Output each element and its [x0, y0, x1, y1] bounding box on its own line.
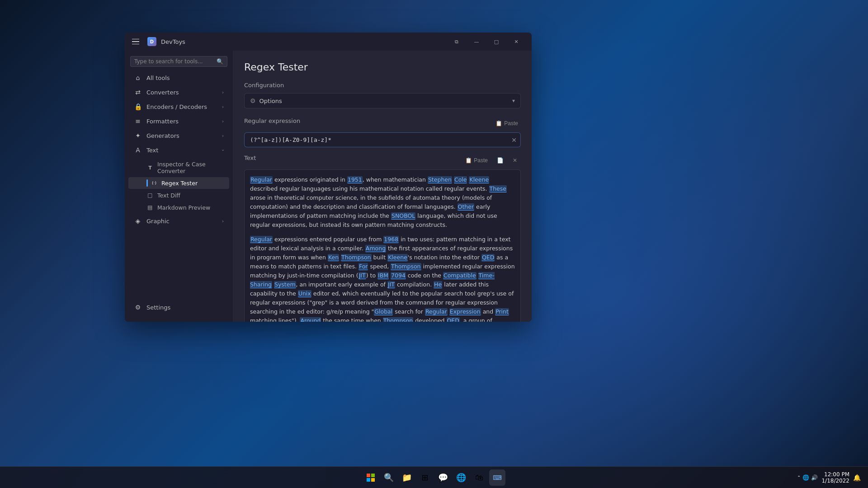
highlight-cole: Cole [454, 176, 467, 183]
regex-expression-label: Regular expression [244, 117, 300, 124]
diff-icon: □ [146, 192, 154, 199]
maximize-button[interactable]: □ [486, 34, 506, 49]
restore-button[interactable]: ⧉ [447, 34, 467, 49]
network-icon[interactable]: 🌐 [802, 474, 809, 481]
settings-section: ⚙ Settings [125, 296, 233, 318]
text-clear-button[interactable]: ✕ [509, 156, 521, 165]
search-icon[interactable]: 🔍 [217, 58, 223, 65]
chevron-down-icon-2: › [222, 104, 224, 109]
highlight-system: System [274, 281, 296, 288]
markdown-icon: ▤ [146, 204, 154, 211]
highlight-among: Among [365, 245, 386, 252]
search-input[interactable] [134, 58, 214, 65]
clock[interactable]: 12:00 PM 1/18/2022 [821, 471, 849, 484]
taskbar-edge[interactable]: 🌐 [453, 469, 469, 486]
formatters-label: Formatters [146, 118, 217, 125]
chevron-down-icon-options: ▾ [512, 98, 515, 104]
generators-label: Generators [146, 132, 217, 139]
clear-icon: ✕ [513, 157, 517, 164]
graphic-label: Graphic [146, 218, 217, 225]
menu-button[interactable] [130, 35, 143, 48]
taskbar-search[interactable]: 🔍 [381, 469, 397, 486]
sidebar-item-formatters[interactable]: ≡ Formatters › [128, 114, 229, 128]
highlight-expression: Expression [449, 308, 481, 315]
all-tools-label: All tools [146, 75, 224, 81]
paste-icon: 📋 [495, 120, 502, 127]
close-button[interactable]: ✕ [506, 34, 526, 49]
sidebar-item-encoders[interactable]: 🔒 Encoders / Decoders › [128, 100, 229, 113]
chevron-down-icon: › [222, 90, 224, 95]
formatters-icon: ≡ [134, 117, 142, 125]
home-icon: ⌂ [134, 74, 142, 82]
inspector-icon: T [146, 164, 154, 171]
page-title: Regex Tester [244, 61, 521, 73]
chevron-down-icon-5: › [222, 219, 224, 224]
date-display: 1/18/2022 [821, 478, 849, 484]
hamburger-line-3 [132, 44, 139, 45]
windows-icon [367, 474, 375, 482]
highlight-regular-1: Regular [250, 176, 273, 183]
sidebar: 🔍 ⌂ All tools ⇄ Converters › 🔒 Encoders … [125, 51, 233, 322]
regex-input[interactable] [245, 133, 508, 147]
settings-icon: ⚙ [134, 303, 142, 311]
options-dropdown[interactable]: ⚙ Options ▾ [244, 93, 521, 108]
highlight-regular-2: Regular [250, 236, 273, 243]
highlight-qed: QED [481, 254, 495, 261]
text-toolbar-actions: 📋 Paste 📄 ✕ [462, 156, 521, 165]
text-paste-label: Paste [474, 157, 488, 164]
configuration-section: Configuration ⚙ Options ▾ [244, 82, 521, 108]
taskbar-widgets[interactable]: ⊞ [417, 469, 433, 486]
inspector-label: Inspector & Case Converter [157, 161, 224, 174]
taskbar-file-explorer[interactable]: 📁 [399, 469, 415, 486]
active-indicator [146, 179, 148, 187]
highlight-these: These [489, 185, 507, 192]
volume-icon[interactable]: 🔊 [811, 474, 818, 481]
title-bar-left: D DevToys [130, 35, 185, 48]
sidebar-item-settings[interactable]: ⚙ Settings [128, 300, 229, 314]
sidebar-item-graphic[interactable]: ◈ Graphic › [128, 214, 229, 228]
highlight-jit-2: JIT [387, 281, 395, 288]
text-paragraph-2: Regular expressions entered popular use … [250, 235, 515, 322]
highlight-thompson-3: Thompson [383, 317, 413, 322]
app-window: D DevToys ⧉ — □ ✕ 🔍 ⌂ All tools [125, 33, 532, 322]
highlight-global: Global [374, 308, 393, 315]
main-content: Regex Tester Configuration ⚙ Options ▾ R… [233, 51, 532, 322]
converters-icon: ⇄ [134, 88, 142, 96]
encoders-icon: 🔒 [134, 103, 142, 111]
chevron-down-icon-4: › [222, 133, 224, 138]
highlight-print: Print [495, 308, 509, 315]
chevron-up-icon: › [221, 149, 226, 151]
search-container: 🔍 [125, 54, 233, 70]
text-paste-button[interactable]: 📋 Paste [462, 156, 491, 165]
hamburger-line-1 [132, 39, 139, 40]
sidebar-item-converters[interactable]: ⇄ Converters › [128, 85, 229, 99]
regex-tester-label: Regex Tester [161, 180, 198, 187]
notification-icon[interactable]: 🔔 [853, 474, 861, 481]
sidebar-item-regex-tester[interactable]: (·) Regex Tester [128, 177, 229, 189]
sidebar-item-inspector[interactable]: T Inspector & Case Converter [128, 159, 229, 177]
taskbar: 🔍 📁 ⊞ 💬 🌐 🛍 ⌨ ⌃ 🌐 🔊 12:00 PM 1/18/2022 🔔 [0, 466, 868, 488]
text-toolbar: Text 📋 Paste 📄 ✕ [244, 155, 521, 166]
regex-clear-button[interactable]: ✕ [508, 135, 520, 145]
taskbar-devtoys[interactable]: ⌨ [489, 469, 505, 486]
text-file-button[interactable]: 📄 [493, 156, 507, 165]
sidebar-item-text-diff[interactable]: □ Text Diff [128, 189, 229, 201]
chevron-icon[interactable]: ⌃ [797, 475, 801, 480]
paste-label: Paste [504, 120, 518, 127]
text-label: Text [244, 155, 256, 161]
text-area-container[interactable]: Regular expressions originated in 1951, … [244, 169, 521, 322]
start-button[interactable] [363, 469, 379, 486]
markdown-label: Markdown Preview [157, 204, 210, 211]
highlight-thompson: Thompson [341, 254, 371, 261]
regex-paste-button[interactable]: 📋 Paste [493, 119, 521, 127]
sidebar-item-markdown[interactable]: ▤ Markdown Preview [128, 202, 229, 213]
sidebar-item-generators[interactable]: ✦ Generators › [128, 129, 229, 142]
taskbar-right: ⌃ 🌐 🔊 12:00 PM 1/18/2022 🔔 [797, 471, 861, 484]
taskbar-store[interactable]: 🛍 [471, 469, 487, 486]
minimize-button[interactable]: — [467, 34, 486, 49]
search-box: 🔍 [130, 56, 227, 67]
sidebar-item-text[interactable]: A Text › [128, 143, 229, 157]
text-icon: A [134, 146, 142, 154]
sidebar-item-all-tools[interactable]: ⌂ All tools [128, 71, 229, 84]
taskbar-chat[interactable]: 💬 [435, 469, 451, 486]
